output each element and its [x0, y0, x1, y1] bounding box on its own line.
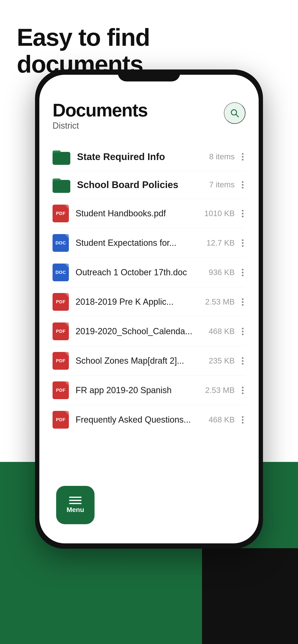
menu-line: [69, 503, 82, 504]
more-options-button[interactable]: [240, 326, 245, 337]
phone-screen: Documents District: [39, 75, 259, 544]
phone-frame: Documents District: [35, 70, 263, 549]
more-options-button[interactable]: [240, 267, 245, 278]
dot: [242, 156, 244, 158]
file-name: School Zones Map[draft 2]...: [76, 356, 209, 366]
folder-name: School Board Policies: [77, 180, 209, 190]
file-type-label: doc: [55, 270, 66, 275]
dot: [242, 334, 244, 335]
file-name: Outreach 1 October 17th.doc: [76, 268, 209, 278]
file-size: 2.53 MB: [205, 297, 235, 306]
screen-content: Documents District: [39, 75, 259, 544]
dot: [242, 419, 244, 421]
file-type-label: pdf: [56, 211, 66, 216]
file-item[interactable]: pdf 2018-2019 Pre K Applic... 2.53 MB: [53, 287, 245, 317]
file-size: 468 KB: [209, 415, 235, 424]
folder-count: 8 items: [209, 152, 235, 161]
file-name: 2018-2019 Pre K Applic...: [76, 297, 205, 307]
document-list: State Required Info 8 items: [53, 143, 245, 434]
dot: [242, 301, 244, 303]
file-type-label: pdf: [56, 358, 66, 364]
svg-line-1: [236, 114, 238, 117]
documents-header: Documents District: [53, 101, 245, 131]
file-item[interactable]: doc Student Expectations for... 12.7 KB: [53, 228, 245, 258]
file-type-icon: pdf: [53, 293, 69, 311]
dot: [242, 272, 244, 273]
file-size: 936 KB: [209, 268, 235, 277]
file-type-icon: pdf: [53, 352, 69, 370]
dot: [242, 184, 244, 186]
dot: [242, 360, 244, 362]
folder-icon: [53, 176, 70, 193]
dot: [242, 357, 244, 359]
menu-button[interactable]: Menu: [56, 486, 95, 524]
file-item[interactable]: pdf Frequently Asked Questions... 468 KB: [53, 405, 245, 434]
dot: [242, 387, 244, 388]
file-size: 2.53 MB: [205, 386, 235, 395]
dot: [242, 363, 244, 365]
file-type-label: doc: [55, 240, 66, 246]
search-button[interactable]: [224, 102, 245, 124]
more-options-button[interactable]: [240, 385, 245, 396]
search-icon: [230, 108, 239, 118]
dot: [242, 422, 244, 424]
file-type-icon: doc: [53, 234, 69, 252]
folder-count: 7 items: [209, 180, 235, 189]
dot: [242, 274, 244, 276]
dot: [242, 304, 244, 306]
folder-icon: [53, 148, 70, 165]
more-options-button[interactable]: [240, 296, 245, 308]
file-name: Student Expectations for...: [76, 238, 207, 248]
file-type-icon: pdf: [53, 411, 69, 428]
dot: [242, 239, 244, 241]
dot: [242, 392, 244, 394]
more-options-button[interactable]: [240, 179, 245, 190]
dot: [242, 181, 244, 183]
documents-title: Documents: [53, 101, 147, 119]
more-options-button[interactable]: [240, 208, 245, 219]
menu-lines-icon: [69, 497, 82, 504]
phone-notch: [118, 70, 180, 82]
folder-name: State Required Info: [77, 152, 209, 162]
documents-subtitle: District: [53, 121, 147, 131]
more-options-button[interactable]: [240, 355, 245, 366]
dot: [242, 269, 244, 270]
file-type-icon: pdf: [53, 322, 69, 340]
file-name: FR app 2019-20 Spanish: [76, 385, 205, 395]
file-type-label: pdf: [56, 299, 66, 304]
folder-item[interactable]: School Board Policies 7 items: [53, 171, 245, 199]
title-area: Documents District: [53, 101, 147, 131]
dot: [242, 298, 244, 300]
file-item[interactable]: pdf School Zones Map[draft 2]... 235 KB: [53, 346, 245, 376]
dot: [242, 213, 244, 214]
svg-rect-7: [53, 180, 70, 192]
file-type-icon: doc: [53, 264, 69, 281]
dot: [242, 416, 244, 418]
folder-item[interactable]: State Required Info 8 items: [53, 143, 245, 171]
file-item[interactable]: pdf 2019-2020_School_Calenda... 468 KB: [53, 317, 245, 346]
file-name: Student Handbooks.pdf: [76, 208, 204, 218]
dot: [242, 210, 244, 212]
file-size: 468 KB: [209, 327, 235, 336]
dot: [242, 187, 244, 188]
dot: [242, 245, 244, 247]
dot: [242, 242, 244, 244]
dot: [242, 159, 244, 160]
file-type-icon: pdf: [53, 382, 69, 399]
file-item[interactable]: pdf Student Handbooks.pdf 1010 KB: [53, 199, 245, 228]
file-size: 12.7 KB: [207, 238, 235, 248]
file-item[interactable]: pdf FR app 2019-20 Spanish 2.53 MB: [53, 376, 245, 405]
more-options-button[interactable]: [240, 238, 245, 249]
more-options-button[interactable]: [240, 414, 245, 426]
dot: [242, 328, 244, 330]
file-type-label: pdf: [56, 417, 66, 422]
file-name: Frequently Asked Questions...: [76, 415, 209, 425]
more-options-button[interactable]: [240, 151, 245, 162]
file-size: 235 KB: [209, 356, 235, 365]
file-item[interactable]: doc Outreach 1 October 17th.doc 936 KB: [53, 258, 245, 287]
menu-line: [69, 500, 82, 501]
menu-label: Menu: [66, 506, 84, 514]
menu-line: [69, 497, 82, 498]
file-type-icon: pdf: [53, 204, 69, 222]
file-list: pdf Student Handbooks.pdf 1010 KB doc St…: [53, 199, 245, 434]
